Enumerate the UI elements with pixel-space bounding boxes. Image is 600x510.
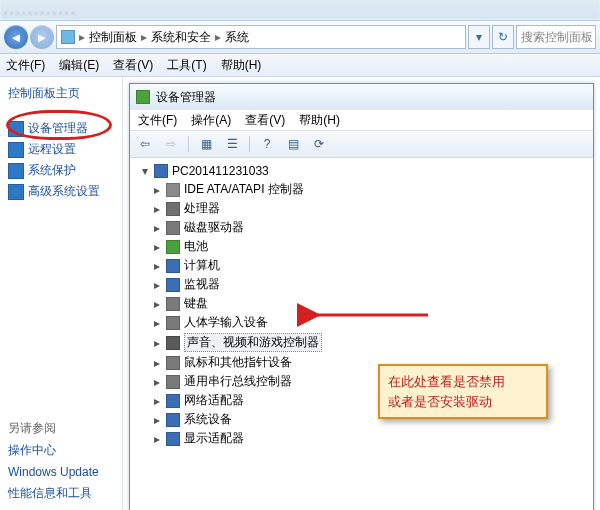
sidebar-item-label: 高级系统设置 bbox=[28, 183, 100, 200]
chevron-right-icon: ▸ bbox=[213, 30, 223, 44]
tool-forward-icon[interactable]: ⇨ bbox=[162, 135, 180, 153]
expand-icon[interactable]: ▸ bbox=[152, 297, 162, 311]
device-category-icon bbox=[166, 240, 180, 254]
nav-forward-button[interactable]: ► bbox=[30, 25, 54, 49]
tree-node-label: 处理器 bbox=[184, 200, 220, 217]
expand-icon[interactable]: ▸ bbox=[152, 336, 162, 350]
refresh-button[interactable]: ↻ bbox=[492, 25, 514, 49]
expand-icon[interactable]: ▸ bbox=[152, 316, 162, 330]
tree-node-label: 监视器 bbox=[184, 276, 220, 293]
expand-icon[interactable]: ▸ bbox=[152, 413, 162, 427]
tree-node[interactable]: ▸磁盘驱动器 bbox=[140, 218, 589, 237]
shield-icon bbox=[8, 142, 24, 158]
breadcrumb-dropdown-button[interactable]: ▾ bbox=[468, 25, 490, 49]
sidebar-item-2[interactable]: 系统保护 bbox=[8, 160, 118, 181]
breadcrumb[interactable]: ▸ 控制面板 ▸ 系统和安全 ▸ 系统 bbox=[56, 25, 466, 49]
tool-show-hidden-icon[interactable]: ▦ bbox=[197, 135, 215, 153]
menu-help[interactable]: 帮助(H) bbox=[221, 57, 262, 74]
device-tree[interactable]: ▾ PC201411231033 ▸IDE ATA/ATAPI 控制器▸处理器▸… bbox=[130, 158, 593, 510]
tree-node-label: 计算机 bbox=[184, 257, 220, 274]
expand-icon[interactable]: ▸ bbox=[152, 221, 162, 235]
tree-node[interactable]: ▸电池 bbox=[140, 237, 589, 256]
expand-icon[interactable]: ▸ bbox=[152, 356, 162, 370]
see-also-link-1[interactable]: Windows Update bbox=[8, 462, 118, 482]
address-bar: ◄ ► ▸ 控制面板 ▸ 系统和安全 ▸ 系统 ▾ ↻ 搜索控制面板 bbox=[0, 20, 600, 54]
dm-menu-help[interactable]: 帮助(H) bbox=[299, 112, 340, 129]
tree-node-label: IDE ATA/ATAPI 控制器 bbox=[184, 181, 304, 198]
tree-node[interactable]: ▸显示适配器 bbox=[140, 429, 589, 448]
dm-menu-file[interactable]: 文件(F) bbox=[138, 112, 177, 129]
expand-icon[interactable]: ▸ bbox=[152, 432, 162, 446]
breadcrumb-item[interactable]: 系统 bbox=[225, 29, 249, 46]
device-category-icon bbox=[166, 259, 180, 273]
sidebar-title[interactable]: 控制面板主页 bbox=[8, 85, 118, 102]
sidebar: 控制面板主页 设备管理器远程设置系统保护高级系统设置 另请参阅 操作中心Wind… bbox=[0, 77, 123, 510]
menu-view[interactable]: 查看(V) bbox=[113, 57, 153, 74]
chevron-right-icon: ▸ bbox=[77, 30, 87, 44]
tree-node[interactable]: ▸IDE ATA/ATAPI 控制器 bbox=[140, 180, 589, 199]
tool-help-icon[interactable]: ? bbox=[258, 135, 276, 153]
window-titlebar: . . . . . . . . . . . . bbox=[0, 0, 600, 20]
tree-node-label: 系统设备 bbox=[184, 411, 232, 428]
tree-node-label: 网络适配器 bbox=[184, 392, 244, 409]
device-manager-menu: 文件(F) 操作(A) 查看(V) 帮助(H) bbox=[130, 110, 593, 131]
shield-icon bbox=[8, 163, 24, 179]
see-also-link-2[interactable]: 性能信息和工具 bbox=[8, 482, 118, 505]
device-category-icon bbox=[166, 278, 180, 292]
tool-properties-icon[interactable]: ▤ bbox=[284, 135, 302, 153]
nav-back-button[interactable]: ◄ bbox=[4, 25, 28, 49]
dm-menu-view[interactable]: 查看(V) bbox=[245, 112, 285, 129]
tree-node-label: 磁盘驱动器 bbox=[184, 219, 244, 236]
tool-scan-icon[interactable]: ☰ bbox=[223, 135, 241, 153]
content-area: 设备管理器 文件(F) 操作(A) 查看(V) 帮助(H) ⇦ ⇨ ▦ ☰ ? … bbox=[123, 77, 600, 510]
tree-node-label: 人体学输入设备 bbox=[184, 314, 268, 331]
tree-node[interactable]: ▸声音、视频和游戏控制器 bbox=[140, 332, 589, 353]
tree-root[interactable]: ▾ PC201411231033 bbox=[140, 164, 589, 178]
device-manager-window: 设备管理器 文件(F) 操作(A) 查看(V) 帮助(H) ⇦ ⇨ ▦ ☰ ? … bbox=[129, 83, 594, 510]
breadcrumb-item[interactable]: 系统和安全 bbox=[151, 29, 211, 46]
annotation-callout: 在此处查看是否禁用 或者是否安装驱动 bbox=[378, 364, 548, 419]
tree-node-label: 鼠标和其他指针设备 bbox=[184, 354, 292, 371]
tree-node[interactable]: ▸处理器 bbox=[140, 199, 589, 218]
menu-tools[interactable]: 工具(T) bbox=[167, 57, 206, 74]
device-manager-title: 设备管理器 bbox=[156, 89, 216, 106]
tree-node[interactable]: ▸键盘 bbox=[140, 294, 589, 313]
device-category-icon bbox=[166, 202, 180, 216]
sidebar-item-3[interactable]: 高级系统设置 bbox=[8, 181, 118, 202]
see-also-link-0[interactable]: 操作中心 bbox=[8, 439, 118, 462]
tree-root-label: PC201411231033 bbox=[172, 164, 269, 178]
sidebar-item-label: 系统保护 bbox=[28, 162, 76, 179]
expand-icon[interactable]: ▸ bbox=[152, 394, 162, 408]
tree-node-label: 通用串行总线控制器 bbox=[184, 373, 292, 390]
sidebar-item-label: 远程设置 bbox=[28, 141, 76, 158]
device-manager-toolbar: ⇦ ⇨ ▦ ☰ ? ▤ ⟳ bbox=[130, 131, 593, 158]
chevron-right-icon: ▸ bbox=[139, 30, 149, 44]
expand-icon[interactable]: ▸ bbox=[152, 183, 162, 197]
tool-back-icon[interactable]: ⇦ bbox=[136, 135, 154, 153]
tree-node[interactable]: ▸监视器 bbox=[140, 275, 589, 294]
sidebar-item-0[interactable]: 设备管理器 bbox=[8, 118, 118, 139]
device-category-icon bbox=[166, 221, 180, 235]
expand-icon[interactable]: ▸ bbox=[152, 259, 162, 273]
expand-icon[interactable]: ▸ bbox=[152, 375, 162, 389]
device-category-icon bbox=[166, 183, 180, 197]
dm-menu-action[interactable]: 操作(A) bbox=[191, 112, 231, 129]
device-category-icon bbox=[166, 413, 180, 427]
collapse-icon[interactable]: ▾ bbox=[140, 164, 150, 178]
device-manager-icon bbox=[136, 90, 150, 104]
search-input[interactable]: 搜索控制面板 bbox=[516, 25, 596, 49]
menu-file[interactable]: 文件(F) bbox=[6, 57, 45, 74]
device-category-icon bbox=[166, 316, 180, 330]
tree-node[interactable]: ▸人体学输入设备 bbox=[140, 313, 589, 332]
expand-icon[interactable]: ▸ bbox=[152, 240, 162, 254]
tool-refresh-icon[interactable]: ⟳ bbox=[310, 135, 328, 153]
device-category-icon bbox=[166, 394, 180, 408]
sidebar-item-1[interactable]: 远程设置 bbox=[8, 139, 118, 160]
device-category-icon bbox=[166, 356, 180, 370]
menu-edit[interactable]: 编辑(E) bbox=[59, 57, 99, 74]
expand-icon[interactable]: ▸ bbox=[152, 202, 162, 216]
control-panel-icon bbox=[61, 30, 75, 44]
expand-icon[interactable]: ▸ bbox=[152, 278, 162, 292]
tree-node[interactable]: ▸计算机 bbox=[140, 256, 589, 275]
breadcrumb-item[interactable]: 控制面板 bbox=[89, 29, 137, 46]
